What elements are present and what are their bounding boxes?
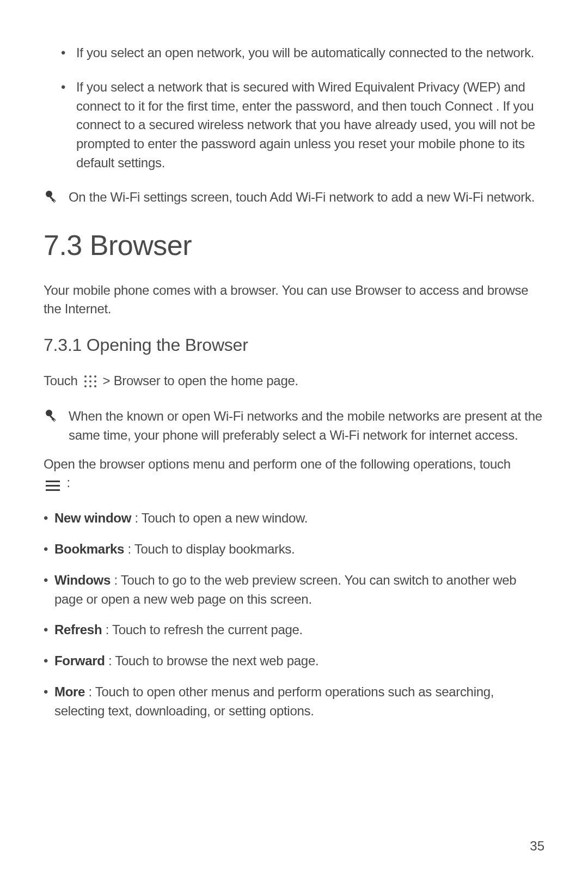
option-label: More (54, 684, 85, 699)
option-sep: : (105, 653, 115, 668)
svg-point-11 (46, 410, 52, 416)
option-label: Windows (54, 573, 111, 587)
manual-page: If you select an open network, you will … (0, 0, 588, 721)
browser-intro: Your mobile phone comes with a browser. … (44, 281, 544, 319)
options-intro-pre: Open the browser options menu and perfor… (44, 457, 511, 471)
option-desc: Touch to refresh the current page. (112, 622, 303, 637)
option-desc: Touch to go to the web preview screen. Y… (54, 573, 516, 606)
tip-add-wifi: On the Wi-Fi settings screen, touch Add … (44, 188, 544, 207)
svg-point-10 (94, 385, 96, 387)
option-more: More : Touch to open other menus and per… (54, 683, 544, 721)
tip-wifi-preference: When the known or open Wi-Fi networks an… (44, 407, 544, 445)
bullet-wep-network: If you select a network that is secured … (76, 78, 544, 173)
option-refresh: Refresh : Touch to refresh the current p… (54, 621, 544, 640)
option-forward: Forward : Touch to browse the next web p… (54, 652, 544, 671)
page-number: 35 (530, 839, 544, 854)
svg-point-5 (84, 380, 87, 382)
svg-point-8 (84, 385, 87, 387)
svg-rect-15 (46, 489, 60, 491)
option-new-window: New window : Touch to open a new window. (54, 509, 544, 528)
svg-rect-13 (46, 481, 60, 482)
option-desc: Touch to open a new window. (142, 511, 308, 525)
option-sep: : (102, 622, 112, 637)
touch-label: Touch (44, 372, 78, 391)
tip-icon (44, 189, 59, 204)
svg-point-6 (89, 380, 91, 382)
wifi-connect-bullets: If you select an open network, you will … (44, 44, 544, 173)
option-bookmarks: Bookmarks : Touch to display bookmarks. (54, 540, 544, 559)
apps-grid-icon (83, 374, 97, 388)
option-label: Forward (54, 653, 105, 668)
svg-point-4 (94, 375, 96, 378)
tip-text: On the Wi-Fi settings screen, touch Add … (69, 188, 535, 207)
svg-point-9 (89, 385, 91, 387)
option-desc: Touch to open other menus and perform op… (54, 684, 494, 718)
svg-point-2 (84, 375, 87, 378)
tip-text: When the known or open Wi-Fi networks an… (69, 407, 544, 445)
option-sep: : (131, 511, 142, 525)
svg-point-7 (94, 380, 96, 382)
options-intro: Open the browser options menu and perfor… (44, 455, 544, 493)
option-label: Refresh (54, 622, 102, 637)
subheading-opening-browser: 7.3.1 Opening the Browser (44, 335, 544, 355)
options-intro-post: : (66, 475, 70, 490)
touch-post: > Browser to open the home page. (103, 372, 298, 391)
option-sep: : (111, 573, 121, 587)
option-desc: Touch to browse the next web page. (115, 653, 318, 668)
svg-rect-14 (46, 485, 60, 487)
tip-icon (44, 408, 59, 423)
open-browser-instruction: Touch > Browser to open the home page. (44, 372, 544, 391)
svg-point-3 (89, 375, 91, 378)
option-sep: : (124, 542, 134, 556)
option-label: New window (54, 511, 131, 525)
svg-point-0 (46, 191, 52, 197)
option-windows: Windows : Touch to go to the web preview… (54, 571, 544, 609)
option-sep: : (85, 684, 95, 699)
browser-options-list: New window : Touch to open a new window.… (44, 509, 544, 720)
menu-icon (46, 478, 60, 490)
option-label: Bookmarks (54, 542, 124, 556)
option-desc: Touch to display bookmarks. (134, 542, 295, 556)
heading-browser: 7.3 Browser (44, 229, 544, 262)
bullet-open-network: If you select an open network, you will … (76, 44, 544, 63)
